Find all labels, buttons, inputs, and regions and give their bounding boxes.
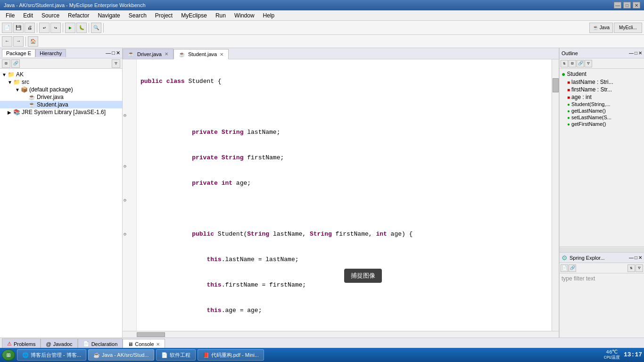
spring-menu-btn[interactable]: ▽ (636, 264, 643, 272)
menu-item-project[interactable]: Project (151, 11, 176, 20)
toolbar-separator-2 (63, 23, 63, 33)
start-button[interactable]: ⊞ (2, 349, 15, 361)
search-button[interactable]: 🔍 (91, 23, 101, 33)
spring-close[interactable]: ✕ (638, 255, 642, 260)
tab-driver-java[interactable]: ☕ Driver.java ✕ (123, 49, 173, 59)
outline-item-student[interactable]: ● Student (560, 70, 644, 78)
menu-item-source[interactable]: Source (38, 11, 63, 20)
taskbar-btn-pdf[interactable]: 📕 代码重构.pdf - Mini... (198, 349, 264, 361)
student-class-icon: ● (561, 70, 565, 78)
collapse-all-button[interactable]: ⊟ (2, 59, 10, 68)
code-editor[interactable]: ⊖ ⊖ ⊖ ⊖ (123, 59, 559, 331)
java-perspective-button[interactable]: ☕ Java (589, 23, 613, 33)
start-icon: ⊞ (7, 351, 10, 359)
redo-button[interactable]: ↪ (50, 23, 61, 33)
tab-hierarchy[interactable]: Hierarchy (35, 49, 66, 57)
menu-item-file[interactable]: File (2, 11, 18, 20)
spring-content: type filter text (560, 273, 644, 337)
myeclipse-button[interactable]: MyEcli... (614, 23, 642, 33)
gutter-line-19 (123, 213, 136, 222)
left-panel-minimize[interactable]: — (106, 50, 111, 56)
tree-item-src[interactable]: ▼ 📁 src (0, 78, 122, 86)
outline-maximize[interactable]: □ (635, 50, 637, 56)
tree-item-jre[interactable]: ▶ 📚 JRE System Library [JavaSE-1.6] (0, 108, 122, 116)
outline-item-firstname[interactable]: ■ firstName : Str... (560, 86, 644, 93)
fold-icon-21[interactable]: ⊖ (124, 231, 126, 237)
maximize-button[interactable]: □ (623, 2, 631, 8)
outline-link-button[interactable]: 🔗 (577, 60, 584, 67)
tree-item-student-java[interactable]: ☕ Student.java (0, 101, 122, 108)
home-button[interactable]: 🏠 (28, 36, 38, 47)
back-button[interactable]: ← (2, 36, 12, 47)
spring-filter-text: type filter text (561, 275, 595, 282)
student-tab-close[interactable]: ✕ (220, 52, 223, 57)
menu-item-window[interactable]: Window (231, 11, 258, 20)
code-content[interactable]: public class Student { private String la… (137, 59, 552, 331)
minimize-button[interactable]: — (614, 2, 621, 8)
taskbar-btn-blog[interactable]: 🌐 博客后台管理 - 博客... (17, 349, 86, 361)
menu-item-myeclipse[interactable]: MyEclipse (177, 11, 211, 20)
toolbar2: ← → 🏠 (0, 35, 644, 48)
debug-button[interactable]: 🐛 (76, 23, 87, 33)
outline-minimize[interactable]: — (629, 50, 634, 56)
new-button[interactable]: 📄 (2, 23, 12, 33)
taskbar-btn-java[interactable]: ☕ Java - AK/src/Stud... (88, 349, 154, 361)
jre-label: JRE System Library [JavaSE-1.6] (22, 109, 106, 115)
outline-item-getlastname[interactable]: ● getLastName() (560, 107, 644, 114)
print-button[interactable]: 🖨 (25, 23, 35, 33)
code-line-8: this.lastName = lastName; (137, 255, 552, 264)
menu-item-search[interactable]: Search (125, 11, 150, 20)
toolbar-separator-4 (103, 23, 104, 33)
outline-item-setlastname[interactable]: ● setLastName(S... (560, 114, 644, 121)
tree-item-default-package[interactable]: ▼ 📦 (default package) (0, 86, 122, 93)
save-button[interactable]: 💾 (13, 23, 24, 33)
outline-close[interactable]: ✕ (638, 50, 642, 56)
tab-student-java[interactable]: ☕ Student.java ✕ (173, 49, 229, 59)
tree-item-driver-java[interactable]: ☕ Driver.java (0, 93, 122, 101)
titlebar-controls[interactable]: — □ ✕ (614, 2, 640, 8)
forward-button[interactable]: → (13, 36, 24, 47)
menu-item-refactor[interactable]: Refactor (64, 11, 93, 20)
gutter-line-13: ⊖ (123, 162, 136, 171)
student-java-label: Student.java (37, 101, 68, 108)
fold-icon-17[interactable]: ⊖ (124, 197, 126, 203)
left-panel-maximize[interactable]: □ (112, 50, 115, 56)
taskbar-btn-software[interactable]: 📄 软件工程 (156, 349, 196, 361)
run-button[interactable]: ▶ (65, 23, 75, 33)
spring-sort-btn[interactable]: ⇅ (627, 264, 635, 272)
outline-hide-button[interactable]: ⊟ (569, 60, 576, 67)
outline-menu-button[interactable]: ▽ (585, 60, 592, 67)
spring-btn1[interactable]: 📄 (561, 264, 568, 272)
spring-maximize[interactable]: □ (635, 255, 637, 260)
tab-problems[interactable]: ⚠ Problems (2, 338, 41, 349)
left-panel-close[interactable]: ✕ (116, 50, 120, 56)
spring-minimize[interactable]: — (629, 255, 634, 260)
gutter-line-2 (123, 69, 136, 77)
undo-button[interactable]: ↩ (39, 23, 50, 33)
console-tab-close[interactable]: ✕ (156, 342, 160, 347)
outline-item-getfirstname[interactable]: ● getFirstName() (560, 121, 644, 127)
menu-item-edit[interactable]: Edit (19, 11, 37, 20)
outline-item-age[interactable]: ■ age : int (560, 93, 644, 101)
outline-item-constructor[interactable]: ● Student(String,... (560, 101, 644, 107)
tab-javadoc[interactable]: @ Javadoc (41, 338, 77, 349)
code-line-2 (137, 103, 552, 111)
close-button[interactable]: ✕ (633, 2, 640, 8)
driver-tab-close[interactable]: ✕ (165, 51, 168, 57)
link-editor-button[interactable]: 🔗 (11, 59, 20, 68)
menu-item-navigate[interactable]: Navigate (94, 11, 124, 20)
menu-item-help[interactable]: Help (259, 11, 279, 20)
spring-btn2[interactable]: 🔗 (569, 264, 576, 272)
fold-icon-7[interactable]: ⊖ (124, 113, 126, 118)
editor-horizontal-scrollbar[interactable] (123, 331, 559, 337)
tab-declaration[interactable]: 📄 Declaration (78, 338, 123, 349)
outline-item-lastname[interactable]: ■ lastName : Stri... (560, 78, 644, 86)
fold-icon-13[interactable]: ⊖ (124, 164, 126, 169)
tree-item-ak[interactable]: ▼ 📁 AK (0, 71, 122, 78)
tab-package-explorer[interactable]: Package E (2, 49, 35, 57)
vertical-scrollbar[interactable] (552, 59, 559, 331)
outline-hscroll[interactable] (560, 247, 644, 252)
view-menu-button[interactable]: ▽ (112, 59, 120, 68)
menu-item-run[interactable]: Run (212, 11, 230, 20)
outline-sort-button[interactable]: ⇅ (561, 60, 568, 67)
